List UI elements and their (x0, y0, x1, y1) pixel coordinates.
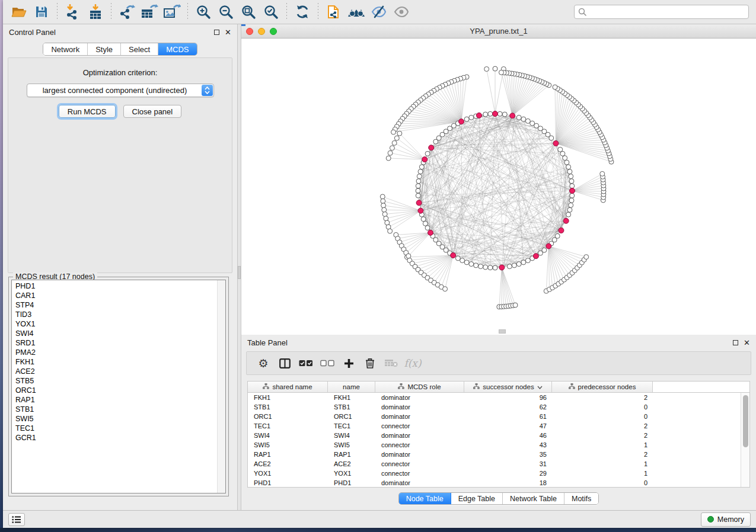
table-tab-network-table[interactable]: Network Table (503, 493, 564, 504)
mcds-result-item[interactable]: SRD1 (15, 338, 213, 348)
column-header-successor-nodes[interactable]: successor nodes (464, 382, 552, 392)
tab-mcds[interactable]: MCDS (158, 43, 196, 55)
float-table-panel-icon[interactable] (733, 340, 738, 345)
mcds-result-item[interactable]: PMA2 (15, 348, 213, 357)
table-row[interactable]: ORC1ORC1dominator610 (248, 412, 749, 421)
column-header-name[interactable]: name (328, 382, 375, 392)
table-tabs: Node TableEdge TableNetwork TableMotifs (241, 492, 756, 505)
hide-graphics-details-icon[interactable] (369, 2, 389, 22)
mcds-result-item[interactable]: STP4 (15, 300, 213, 310)
cell-successor_nodes: 31 (464, 460, 552, 467)
table-header: shared namenameMCDS rolesuccessor nodesp… (248, 382, 749, 393)
export-table-icon[interactable] (139, 2, 160, 22)
cell-name: ORC1 (328, 413, 375, 420)
horizontal-splitter-grip[interactable] (499, 329, 506, 334)
mcds-result-item[interactable]: PHD1 (15, 281, 213, 291)
show-graphics-details-icon[interactable] (391, 2, 412, 22)
function-builder-icon[interactable]: f(x) (402, 354, 423, 373)
close-panel-icon[interactable]: ✕ (225, 28, 231, 36)
close-panel-button[interactable]: Close panel (123, 105, 182, 118)
cell-successor_nodes: 47 (464, 422, 552, 430)
column-header-shared-name[interactable]: shared name (248, 382, 328, 392)
import-network-icon[interactable] (63, 2, 83, 22)
tab-style[interactable]: Style (88, 43, 121, 55)
export-image-icon[interactable] (162, 2, 182, 22)
export-network-icon[interactable] (117, 2, 137, 22)
table-tab-motifs[interactable]: Motifs (564, 493, 598, 504)
add-column-icon[interactable] (338, 354, 359, 373)
save-session-icon[interactable] (31, 2, 52, 22)
table-settings-icon[interactable]: ⚙ (253, 354, 274, 373)
mcds-tab-content: Optimization criterion: largest connecte… (8, 57, 232, 273)
table-row[interactable]: PHD1PHD1dominator180 (248, 478, 749, 487)
column-header-predecessor-nodes[interactable]: predecessor nodes (552, 382, 653, 392)
deselect-all-icon[interactable] (317, 354, 338, 373)
zoom-selected-icon[interactable] (261, 2, 281, 22)
cell-predecessor_nodes: 2 (552, 451, 653, 458)
close-table-panel-icon[interactable]: ✕ (744, 339, 750, 347)
table-row[interactable]: STB1STB1dominator620 (248, 402, 749, 412)
mcds-result-item[interactable]: TID3 (15, 310, 213, 319)
mcds-result-item[interactable]: YOX1 (15, 319, 213, 329)
run-mcds-button[interactable]: Run MCDS (59, 105, 116, 118)
mcds-result-item[interactable]: GCR1 (15, 433, 213, 443)
table-scrollbar[interactable] (741, 393, 749, 487)
zoom-fit-icon[interactable] (238, 2, 259, 22)
table-row[interactable]: SWI5SWI5connector431 (248, 440, 749, 450)
splitter-grip[interactable] (238, 266, 241, 279)
memory-status-icon (707, 516, 714, 523)
mcds-result-item[interactable]: RAP1 (15, 395, 213, 405)
mcds-result-item[interactable]: FKH1 (15, 357, 213, 367)
header-filler (653, 382, 749, 392)
network-canvas[interactable] (241, 39, 756, 335)
table-row[interactable]: SWI4SWI4dominator462 (248, 431, 749, 440)
tab-network[interactable]: Network (43, 43, 88, 55)
mcds-result-item[interactable]: TEC1 (15, 424, 213, 433)
cell-mcds_role: connector (375, 422, 464, 430)
task-history-button[interactable] (8, 513, 25, 526)
mcds-result-item[interactable]: ACE2 (15, 367, 213, 376)
mcds-result-item[interactable]: SWI5 (15, 414, 213, 424)
open-session-file-icon[interactable] (324, 2, 344, 22)
mcds-list-scrollbar[interactable] (217, 280, 225, 493)
table-tab-node-table[interactable]: Node Table (399, 493, 451, 504)
node-table: shared namenameMCDS rolesuccessor nodesp… (247, 381, 750, 488)
mcds-result-item[interactable]: ORC1 (15, 386, 213, 395)
float-panel-icon[interactable] (214, 30, 219, 35)
import-table-icon[interactable] (85, 2, 106, 22)
table-row[interactable]: RAP1RAP1dominator352 (248, 450, 749, 459)
mcds-result-item[interactable]: SWI4 (15, 329, 213, 338)
search-network-icon[interactable] (346, 2, 366, 22)
cell-successor_nodes: 96 (464, 394, 552, 401)
tab-select[interactable]: Select (121, 43, 158, 55)
show-columns-icon[interactable] (274, 354, 295, 373)
network-window-titlebar[interactable]: YPA_prune.txt_1 (241, 24, 756, 39)
select-all-icon[interactable] (295, 354, 317, 373)
table-row[interactable]: TEC1TEC1connector472 (248, 421, 749, 431)
main-toolbar (3, 0, 756, 24)
hierarchy-icon (263, 383, 269, 390)
mcds-result-item[interactable]: CAR1 (15, 291, 213, 300)
column-header-MCDS-role[interactable]: MCDS role (375, 382, 464, 392)
open-file-icon[interactable] (9, 2, 29, 22)
cell-mcds_role: dominator (375, 394, 464, 401)
apply-layout-icon[interactable] (292, 2, 312, 22)
mcds-result-item[interactable]: STB5 (15, 376, 213, 386)
table-scrollbar-thumb[interactable] (743, 395, 748, 447)
cell-successor_nodes: 61 (464, 413, 552, 420)
table-tab-edge-table[interactable]: Edge Table (451, 493, 503, 504)
delete-column-icon[interactable] (359, 354, 381, 373)
criterion-dropdown-value: largest connected component (undirected) (27, 86, 213, 95)
zoom-out-icon[interactable] (216, 2, 236, 22)
search-input[interactable] (574, 5, 749, 19)
table-row[interactable]: ACE2ACE2connector311 (248, 459, 749, 469)
mcds-result-list[interactable]: PHD1CAR1STP4TID3YOX1SWI4SRD1PMA2FKH1ACE2… (11, 280, 226, 493)
memory-button[interactable]: Memory (701, 512, 751, 527)
zoom-in-icon[interactable] (193, 2, 213, 22)
criterion-dropdown[interactable]: largest connected component (undirected) (27, 84, 214, 97)
vertical-splitter[interactable] (237, 24, 241, 510)
delete-table-icon[interactable] (381, 354, 402, 373)
table-row[interactable]: FKH1FKH1dominator962 (248, 393, 749, 402)
table-row[interactable]: YOX1YOX1connector291 (248, 469, 749, 478)
mcds-result-item[interactable]: STB1 (15, 405, 213, 414)
